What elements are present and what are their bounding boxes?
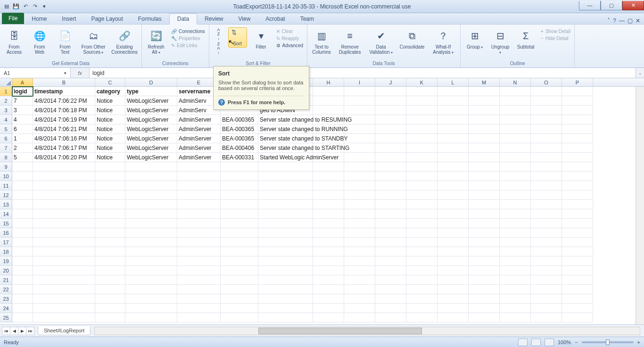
cell[interactable] (344, 106, 375, 115)
name-box[interactable]: A1▾ (0, 68, 71, 78)
cell[interactable] (177, 181, 221, 190)
cell[interactable] (406, 228, 438, 238)
cell[interactable]: 1 (12, 134, 33, 143)
row-header[interactable]: 18 (0, 247, 12, 256)
cell[interactable] (438, 172, 469, 181)
cell[interactable] (258, 304, 313, 313)
cell[interactable] (125, 304, 177, 313)
cell[interactable] (406, 247, 438, 256)
cell[interactable] (531, 285, 562, 294)
zoom-slider[interactable] (582, 341, 634, 343)
cell[interactable] (375, 304, 406, 313)
cell[interactable] (438, 228, 469, 238)
cell[interactable] (531, 313, 562, 322)
cell[interactable] (406, 181, 438, 190)
cell[interactable] (469, 209, 500, 219)
cell[interactable] (406, 134, 438, 143)
cell[interactable] (12, 200, 33, 209)
cell[interactable] (344, 219, 375, 228)
cell[interactable] (406, 266, 438, 275)
cell[interactable]: 4/8/2014 7:06:18 PM (33, 106, 95, 115)
cell[interactable] (33, 162, 95, 172)
cell[interactable] (375, 190, 406, 200)
tab-view[interactable]: View (231, 14, 258, 24)
zoom-in-button[interactable]: + (637, 339, 640, 345)
cell[interactable] (562, 275, 593, 285)
cell[interactable] (500, 162, 531, 172)
cell[interactable] (375, 106, 406, 115)
sort-button[interactable]: ⇅Sort (228, 27, 247, 48)
cell[interactable] (12, 285, 33, 294)
tab-review[interactable]: Review (197, 14, 231, 24)
cell[interactable] (406, 275, 438, 285)
cell[interactable]: WebLogicServer (125, 96, 177, 106)
what-if-button[interactable]: ？What-If Analysis (429, 27, 457, 56)
cell[interactable] (562, 172, 593, 181)
cell[interactable] (95, 266, 125, 275)
cell[interactable] (221, 200, 258, 209)
cell[interactable] (33, 247, 95, 256)
column-header-M[interactable]: M (469, 78, 500, 86)
cell[interactable] (313, 256, 344, 266)
cell[interactable] (375, 181, 406, 190)
cell[interactable] (177, 275, 221, 285)
from-other-sources-button[interactable]: 🗂From Other Sources (79, 27, 107, 56)
cell[interactable] (500, 87, 531, 96)
cell[interactable] (500, 219, 531, 228)
cell[interactable] (531, 219, 562, 228)
cell[interactable] (125, 285, 177, 294)
cell[interactable] (438, 96, 469, 106)
row-header[interactable]: 23 (0, 294, 12, 304)
cell[interactable] (469, 294, 500, 304)
cell[interactable] (177, 238, 221, 247)
cell[interactable] (406, 294, 438, 304)
cell[interactable] (406, 87, 438, 96)
cell[interactable] (375, 228, 406, 238)
cell[interactable] (221, 294, 258, 304)
cell[interactable] (469, 172, 500, 181)
cell[interactable] (469, 96, 500, 106)
cell[interactable] (562, 304, 593, 313)
cell[interactable] (531, 228, 562, 238)
cell[interactable] (562, 313, 593, 322)
cell[interactable] (344, 313, 375, 322)
row-header[interactable]: 4 (0, 115, 12, 124)
cell[interactable] (438, 115, 469, 124)
cell[interactable] (125, 294, 177, 304)
cell[interactable] (469, 228, 500, 238)
sheet-tab[interactable]: Sheet#LogReport (38, 326, 91, 335)
cell[interactable] (221, 304, 258, 313)
column-header-C[interactable]: C (95, 78, 125, 86)
cell[interactable] (344, 294, 375, 304)
cell[interactable] (177, 219, 221, 228)
cell[interactable] (406, 162, 438, 172)
cell[interactable] (344, 134, 375, 143)
cell[interactable] (562, 134, 593, 143)
cell[interactable]: AdminServer (177, 115, 221, 124)
cell[interactable] (562, 181, 593, 190)
cell[interactable] (177, 209, 221, 219)
cell[interactable] (125, 247, 177, 256)
tab-team[interactable]: Team (293, 14, 322, 24)
cell[interactable] (438, 87, 469, 96)
cell[interactable] (125, 200, 177, 209)
row-header[interactable]: 10 (0, 172, 12, 181)
row-header[interactable]: 19 (0, 256, 12, 266)
cell[interactable] (469, 87, 500, 96)
cell[interactable] (531, 181, 562, 190)
cell[interactable] (438, 247, 469, 256)
cell[interactable] (125, 190, 177, 200)
cell[interactable]: category (95, 87, 125, 96)
cell[interactable] (258, 209, 313, 219)
cell[interactable]: Notice (95, 96, 125, 106)
cell[interactable] (344, 181, 375, 190)
cell[interactable] (500, 181, 531, 190)
cell[interactable] (313, 294, 344, 304)
sheet-next-icon[interactable]: ▶ (18, 327, 26, 335)
cell[interactable] (375, 87, 406, 96)
cell[interactable]: WebLogicServer (125, 143, 177, 153)
cell[interactable] (562, 209, 593, 219)
cell[interactable]: Notice (95, 143, 125, 153)
cell[interactable] (469, 181, 500, 190)
cell[interactable] (125, 219, 177, 228)
